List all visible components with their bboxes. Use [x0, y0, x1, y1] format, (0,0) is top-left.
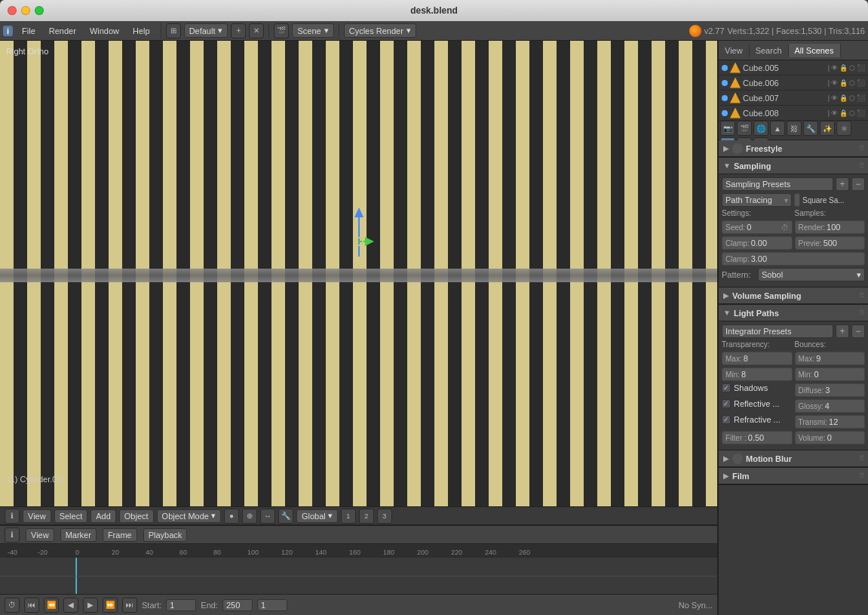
- integrator-add-btn[interactable]: +: [836, 324, 849, 338]
- pattern-row: Pattern: Sobol ▾: [722, 268, 865, 281]
- transform-icon[interactable]: ↔: [260, 509, 275, 524]
- menu-window[interactable]: Window: [84, 25, 125, 37]
- sampling-presets-dropdown[interactable]: Sampling Presets: [722, 177, 833, 191]
- add-menu-btn[interactable]: Add: [90, 509, 116, 523]
- timeline-marker-btn[interactable]: Marker: [60, 528, 97, 542]
- tab-all-scenes[interactable]: All Scenes: [789, 44, 841, 57]
- reflective-checkbox[interactable]: ✓: [722, 399, 731, 408]
- timeline-content[interactable]: [0, 558, 717, 594]
- preset-add-btn[interactable]: +: [836, 177, 849, 191]
- clamp1-field[interactable]: Clamp: 0.00: [722, 236, 793, 250]
- seed-field[interactable]: Seed: 0 ⏱: [722, 220, 793, 234]
- jump-end-btn[interactable]: ⏭: [122, 598, 137, 613]
- shadows-checkbox[interactable]: ✓: [722, 383, 731, 392]
- layout-add-icon[interactable]: +: [231, 23, 246, 38]
- prop-icon-object[interactable]: ▲: [770, 121, 785, 136]
- obj-icon-2: [730, 78, 741, 88]
- sampling-panel-header[interactable]: ▼ Sampling ⠿: [719, 158, 868, 174]
- film-panel-header[interactable]: ▶ Film ⠿: [719, 468, 868, 484]
- close-button[interactable]: [8, 6, 17, 15]
- outliner-item-cube006[interactable]: Cube.006 |👁🔒⬡⬛: [719, 75, 868, 91]
- filter-field[interactable]: Filter : 0.50: [722, 431, 793, 444]
- layout-dropdown[interactable]: Default ▾: [184, 23, 229, 38]
- timeline-clock-icon[interactable]: ⏱: [5, 598, 20, 613]
- sync-btn[interactable]: No Syn...: [679, 601, 713, 610]
- bounces-min-field[interactable]: Min: 0: [795, 367, 866, 381]
- square-sampling-check[interactable]: [794, 193, 800, 207]
- right-panel: View Search All Scenes Cube.005 |👁🔒⬡⬛ Cu…: [717, 41, 868, 615]
- light-paths-header[interactable]: ▼ Light Paths ⠿: [719, 305, 868, 321]
- transform-handle[interactable]: [344, 204, 374, 266]
- volume-sampling-header[interactable]: ▶ Volume Sampling ⠿: [719, 288, 868, 304]
- refractive-checkbox[interactable]: ✓: [722, 415, 731, 424]
- menu-file[interactable]: File: [16, 25, 41, 37]
- outliner-item-cube007[interactable]: Cube.007 |👁🔒⬡⬛: [719, 91, 868, 106]
- maximize-button[interactable]: [35, 6, 44, 15]
- preset-remove-btn[interactable]: −: [851, 177, 865, 191]
- render-field[interactable]: Render: 100: [795, 220, 866, 234]
- prop-icon-constraint[interactable]: ⛓: [787, 121, 802, 136]
- start-input[interactable]: [166, 599, 196, 611]
- info-button[interactable]: i: [3, 26, 13, 36]
- outliner-item-cube005[interactable]: Cube.005 |👁🔒⬡⬛: [719, 60, 868, 75]
- pattern-dropdown[interactable]: Sobol ▾: [758, 268, 865, 281]
- outliner-item-cube008[interactable]: Cube.008 |👁🔒⬡⬛: [719, 106, 868, 121]
- play-back-btn[interactable]: ◀: [63, 598, 78, 613]
- path-tracing-btn[interactable]: Path Tracing ▾: [722, 193, 792, 207]
- layer-1[interactable]: 1: [341, 509, 356, 524]
- timeline-frame-btn[interactable]: Frame: [103, 528, 137, 542]
- preview-field[interactable]: Previe: 500: [795, 236, 866, 250]
- tab-search[interactable]: Search: [750, 44, 789, 57]
- freestyle-panel-header[interactable]: ▶ Freestyle ⠿: [719, 140, 868, 157]
- timeline-info-icon[interactable]: ℹ: [5, 527, 20, 543]
- prop-icon-particle[interactable]: ✨: [820, 121, 835, 136]
- prop-icon-modifier[interactable]: 🔧: [803, 121, 818, 136]
- timeline-view-btn[interactable]: View: [26, 528, 54, 542]
- glossy-field[interactable]: Glossy: 4: [795, 399, 866, 413]
- transmissive-field[interactable]: Transmi: 12: [795, 415, 866, 429]
- jump-start-btn[interactable]: ⏮: [24, 598, 39, 613]
- window-title: desk.blend: [410, 5, 458, 16]
- shading-icon[interactable]: ●: [224, 509, 239, 524]
- object-menu-btn[interactable]: Object: [119, 509, 154, 523]
- prop-icon-physics[interactable]: ⚛: [836, 121, 851, 136]
- layer-2[interactable]: 2: [359, 509, 374, 524]
- jump-back-btn[interactable]: ⏪: [44, 598, 59, 613]
- layer-3[interactable]: 3: [377, 509, 392, 524]
- integrator-presets-dropdown[interactable]: Integrator Presets: [722, 324, 833, 338]
- trans-min-field[interactable]: Min: 8: [722, 367, 793, 381]
- integrator-remove-btn[interactable]: −: [851, 324, 865, 338]
- render-engine-dropdown[interactable]: Cycles Render ▾: [344, 23, 416, 38]
- select-menu-btn[interactable]: Select: [54, 509, 88, 523]
- scene-icon[interactable]: 🎬: [274, 23, 289, 38]
- diffuse-field[interactable]: Diffuse: 3: [795, 383, 866, 397]
- clamp2-field[interactable]: Clamp: 3.00: [722, 252, 865, 266]
- layout-grid-icon[interactable]: ⊞: [166, 23, 181, 38]
- bounces-max-field[interactable]: Max: 9: [795, 352, 866, 365]
- motion-blur-header[interactable]: ▶ Motion Blur ⠿: [719, 450, 868, 467]
- tab-view[interactable]: View: [719, 44, 750, 57]
- timeline-playback-btn[interactable]: Playback: [143, 528, 188, 542]
- viewport-info-icon[interactable]: ℹ: [5, 509, 20, 524]
- pivot-icon[interactable]: ⊕: [242, 509, 257, 524]
- menu-help[interactable]: Help: [127, 25, 156, 37]
- current-frame-input[interactable]: [257, 599, 287, 611]
- end-input[interactable]: [222, 599, 253, 611]
- layout-remove-icon[interactable]: ✕: [249, 23, 264, 38]
- menu-render[interactable]: Render: [43, 25, 82, 37]
- view-menu-btn[interactable]: View: [23, 509, 51, 523]
- minimize-button[interactable]: [21, 6, 30, 15]
- prop-icon-render[interactable]: 📷: [720, 121, 735, 136]
- scene-dropdown[interactable]: Scene ▾: [292, 23, 333, 38]
- play-btn[interactable]: ▶: [83, 598, 98, 613]
- viewport-3d[interactable]: Right Ortho (1) Cylin: [0, 41, 717, 506]
- mode-dropdown[interactable]: Object Mode ▾: [157, 509, 221, 523]
- snap-icon[interactable]: 🔧: [278, 509, 293, 524]
- prop-icon-scene[interactable]: 🎬: [737, 121, 752, 136]
- trans-max-field[interactable]: Max: 8: [722, 352, 793, 365]
- jump-forward-btn[interactable]: ⏩: [103, 598, 118, 613]
- timeline-footer: ⏱ ⏮ ⏪ ◀ ▶ ⏩ ⏭ Start: End: No Syn...: [0, 594, 717, 615]
- volume-field[interactable]: Volume: 0: [795, 431, 866, 444]
- pivot-dropdown[interactable]: Global ▾: [296, 509, 338, 523]
- prop-icon-world[interactable]: 🌐: [753, 121, 768, 136]
